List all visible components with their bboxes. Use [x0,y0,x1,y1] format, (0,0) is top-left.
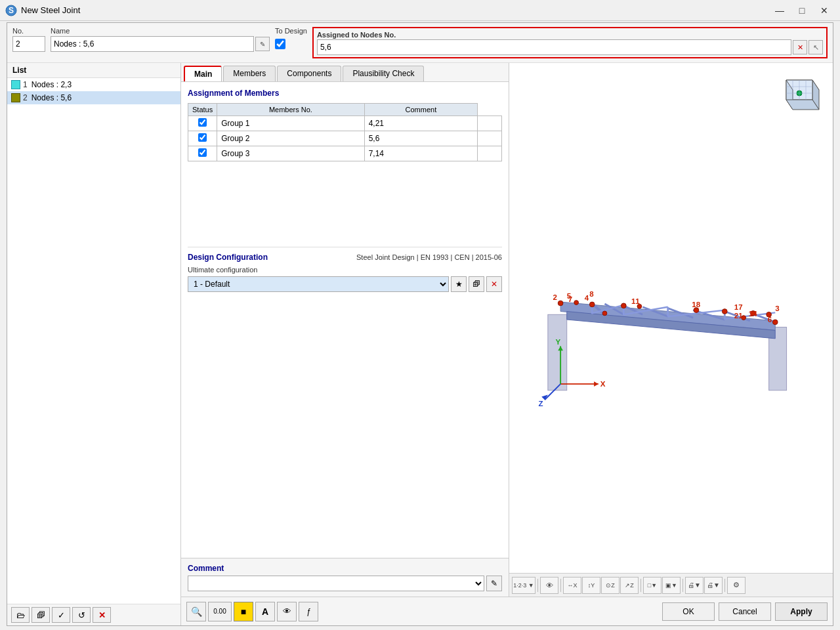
list-check-btn[interactable]: ✓ [52,607,70,623]
sep3 [640,579,641,592]
left-panel: List 1 Nodes : 2,3 2 Nodes : 5,6 🗁 🗊 ✓ ↺ [7,63,181,625]
view-z-btn[interactable]: ⊙Z [601,577,620,594]
view-box2-btn[interactable]: ▣▼ [662,577,681,594]
design-config-header: Design Configuration Steel Joint Design … [188,253,502,262]
bottom-display-btn[interactable]: 👁 [277,602,297,621]
svg-text:X: X [600,380,606,388]
name-label: Name [51,27,270,35]
list-reset-btn[interactable]: ↺ [72,607,91,623]
tab-components[interactable]: Components [277,66,341,81]
sep5 [724,579,725,592]
bottom-text-btn[interactable]: A [255,602,275,621]
bottom-search-btn[interactable]: 🔍 [186,602,206,621]
svg-text:6: 6 [768,316,772,324]
view-print2-btn[interactable]: 🖨▼ [704,577,723,594]
assigned-select-button[interactable]: ↖ [808,40,823,54]
to-design-checkbox[interactable] [275,39,285,49]
name-edit-button[interactable]: ✎ [255,37,270,51]
assigned-clear-button[interactable]: ✕ [793,40,807,54]
svg-text:11: 11 [631,297,640,305]
config-copy-btn[interactable]: 🗊 [469,276,484,292]
comment-dropdown[interactable] [188,576,484,591]
field-to-design: To Design [275,27,307,58]
no-label: No. [12,27,45,35]
content-split: Main Members Components Plausibility Che… [181,63,833,597]
view-box-btn[interactable]: □▼ [643,577,662,594]
design-config-section: Design Configuration Steel Joint Design … [188,247,502,292]
bottom-color-btn[interactable]: ■ [234,602,253,621]
svg-text:Y: Y [555,338,560,346]
cancel-button[interactable]: Cancel [719,602,771,621]
comment-edit-btn[interactable]: ✎ [486,576,502,591]
view-settings-btn[interactable]: ⚙ [727,577,746,594]
list-delete-btn[interactable]: ✕ [93,607,111,623]
name-input[interactable] [51,36,254,52]
config-edit-btn[interactable]: ✕ [486,276,502,292]
design-config-value: Steel Joint Design | EN 1993 | CEN | 201… [356,253,502,261]
bottom-formula-btn[interactable]: ƒ [299,602,318,621]
config-new-btn[interactable]: ★ [451,276,467,292]
th-comment: Comment [364,104,477,116]
view-render-btn[interactable]: 👁 [540,577,558,594]
view-x-btn[interactable]: ↔X [563,577,581,594]
svg-text:7: 7 [568,295,572,303]
tab-main[interactable]: Main [184,66,222,81]
svg-text:4: 4 [585,294,589,302]
comment-row: ✎ [188,576,502,591]
row1-comment [478,116,502,131]
name-input-row: ✎ [51,36,270,52]
bottom-value-btn[interactable]: 0.00 [208,602,232,621]
svg-text:S: S [9,6,14,15]
view-print-btn[interactable]: 🖨▼ [685,577,704,594]
tab-plausibility[interactable]: Plausibility Check [343,66,424,81]
to-design-label: To Design [275,27,307,35]
close-button[interactable]: ✕ [814,3,835,18]
list-item-selected[interactable]: 2 Nodes : 5,6 [7,91,180,104]
svg-text:18: 18 [692,301,700,308]
no-input[interactable] [12,36,45,52]
row3-group: Group 3 [217,146,364,161]
svg-text:3: 3 [775,305,779,313]
assigned-input[interactable] [317,39,791,55]
tabs-panel: Main Members Components Plausibility Che… [181,63,509,597]
apply-button[interactable]: Apply [775,602,828,621]
list-icon-1 [11,80,20,89]
view-area: 2 3 4 5 6 7 8 11 14 17 18 21 [509,63,833,573]
window-title: New Steel Joint [21,5,769,15]
app-icon: S [5,5,17,16]
tab-members[interactable]: Members [223,66,276,81]
maximize-button[interactable]: □ [791,3,812,18]
svg-text:21: 21 [734,312,743,320]
row2-members: 5,6 [364,131,477,146]
bottom-bar: 🔍 0.00 ■ A 👁 ƒ OK Cancel Apply [181,597,833,625]
ok-button[interactable]: OK [662,602,715,621]
config-dropdown[interactable]: 1 - Default [188,276,449,292]
list-copy-btn[interactable]: 🗊 [32,607,50,623]
svg-text:17: 17 [734,303,743,311]
main-dialog: No. Name ✎ To Design Assigned to Nodes N… [7,22,833,626]
svg-point-44 [602,311,607,316]
bottom-actions: OK Cancel Apply [662,602,828,621]
bottom-tools: 🔍 0.00 ■ A 👁 ƒ [186,602,662,621]
list-label-1: Nodes : 2,3 [32,80,72,89]
svg-rect-13 [548,314,567,390]
view-numbering-btn[interactable]: 1·2·3 ▼ [512,577,536,594]
row2-check [188,131,217,146]
minimize-button[interactable]: — [769,3,790,18]
table-row: Group 2 5,6 [188,131,502,146]
list-item[interactable]: 1 Nodes : 2,3 [7,78,180,91]
list-toolbar: 🗁 🗊 ✓ ↺ ✕ [7,604,180,625]
sep4 [682,579,683,592]
config-sublabel: Ultimate configuration [188,266,502,274]
svg-text:14: 14 [749,310,757,318]
list-icon-2 [11,93,20,102]
comment-section: Comment ✎ [181,558,509,597]
list-new-btn[interactable]: 🗁 [11,607,30,623]
svg-point-36 [621,303,626,308]
svg-point-39 [722,309,727,314]
list-label-2: Nodes : 5,6 [32,93,72,102]
config-dropdown-row: 1 - Default ★ 🗊 ✕ [188,276,502,292]
view-zalt-btn[interactable]: ↗Z [620,577,639,594]
row3-members: 7,14 [364,146,477,161]
view-y-btn[interactable]: ↕Y [582,577,600,594]
